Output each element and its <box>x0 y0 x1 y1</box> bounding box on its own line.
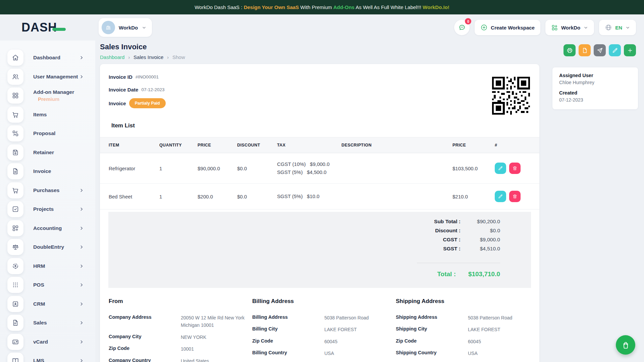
chevron-right-icon <box>79 340 84 344</box>
chevron-right-icon <box>79 358 84 362</box>
app-menu-button[interactable]: WorkDo <box>545 20 594 35</box>
cgst-value: $9,000.0 <box>461 237 500 243</box>
addr-label: Zip Code <box>396 338 468 344</box>
chat-badge: 0 <box>465 18 471 24</box>
page-title: Sales Invoice <box>100 43 185 51</box>
edit-row-button[interactable] <box>495 191 506 202</box>
sgst-label: SGST : <box>443 246 461 252</box>
send-button[interactable] <box>594 44 606 56</box>
print-button[interactable] <box>564 44 576 56</box>
col-total-price: PRICE <box>449 137 491 153</box>
sidebar-item-retainer[interactable]: Retainer <box>7 144 95 161</box>
sidebar-item-lms[interactable]: LMS <box>7 353 95 362</box>
addr-label: Zip Code <box>252 338 324 344</box>
chevron-right-icon <box>79 264 84 268</box>
banner-text: WorkDo Dash SaaS : <box>195 4 244 10</box>
pencil-icon <box>612 47 618 54</box>
banner-link[interactable]: WorkDo.Io! <box>423 4 449 10</box>
sidebar-item-user-management[interactable]: User Management <box>7 69 95 85</box>
qr-code <box>492 77 530 115</box>
sidebar-item-label: Items <box>33 112 47 118</box>
language-selector[interactable]: EN <box>599 20 636 35</box>
promo-banner: WorkDo Dash SaaS : Design Your Own SaaS … <box>0 0 644 14</box>
sidebar-item-pos[interactable]: POS <box>7 277 95 293</box>
addr-label: Zip Code <box>109 345 181 351</box>
sidebar-item-label: User Management <box>33 74 78 80</box>
status-badge: Partialy Paid <box>129 98 166 108</box>
grid-icon <box>7 87 23 104</box>
shipping-title: Shipping Address <box>396 298 531 305</box>
addr-value: LAKE FOREST <box>324 326 395 333</box>
sidebar-item-label: Proposal <box>33 130 55 136</box>
globe-icon <box>605 24 612 31</box>
sidebar-item-accounting[interactable]: Accounting <box>7 220 95 236</box>
col-item: ITEM <box>100 137 156 153</box>
breadcrumb-dashboard[interactable]: Dashboard <box>100 54 124 60</box>
chevron-down-icon <box>142 25 147 30</box>
messages-button[interactable]: 0 <box>454 20 470 35</box>
delete-row-button[interactable] <box>509 191 521 202</box>
sidebar-item-label: Invoice <box>33 168 51 174</box>
sidebar-item-invoice[interactable]: Invoice <box>7 163 95 179</box>
sidebar-item-crm[interactable]: CRM <box>7 296 95 312</box>
sidebar-item-projects[interactable]: Projects <box>7 201 95 217</box>
main-content: Sales Invoice Dashboard › Sales Invoice … <box>95 41 644 362</box>
sidebar-item-proposal[interactable]: Proposal <box>7 125 95 141</box>
addr-value: 10001 <box>181 345 251 353</box>
shipping-section: Shipping Address Shipping Address5038 Pa… <box>396 298 531 362</box>
table-row: Refrigerator 1 $90,000.0 $0.0 CGST (10%)… <box>100 153 539 184</box>
sidebar-item-items[interactable]: Items <box>7 107 95 123</box>
plus-circle-icon <box>480 24 488 31</box>
cell-discount: $0.0 <box>234 153 274 184</box>
sidebar-item-label: Add-on Manager <box>33 88 74 96</box>
sidebar-item-hrm[interactable]: HRM <box>7 258 95 274</box>
breadcrumb-current: Show <box>172 54 185 60</box>
book-icon <box>7 353 23 362</box>
sidebar-item-dashboard[interactable]: Dashboard <box>7 50 95 66</box>
cell-price: $90,000.0 <box>194 153 234 184</box>
billing-title: Billing Address <box>252 298 396 305</box>
premium-tag: Premium <box>33 96 74 103</box>
cell-quantity: 1 <box>156 184 194 209</box>
sidebar-item-label: Projects <box>33 206 54 212</box>
sidebar-item-addon-manager[interactable]: Add-on Manager Premium <box>7 87 95 104</box>
sidebar-item-doubleentry[interactable]: DoubleEntry <box>7 239 95 255</box>
workspace-switcher[interactable]: WorkDo <box>99 18 152 37</box>
address-sections: From Company Address20050 W 12 Mile Rd N… <box>100 298 539 362</box>
sidebar-item-sales[interactable]: Sales <box>7 315 95 331</box>
chat-icon <box>458 24 466 32</box>
addr-label: Billing Address <box>252 314 324 320</box>
check-square-icon <box>7 201 23 217</box>
language-code: EN <box>615 25 622 31</box>
breadcrumb-sales-invoice[interactable]: Sales Invoice <box>133 54 163 60</box>
delete-row-button[interactable] <box>509 163 521 174</box>
assigned-user-label: Assigned User <box>559 73 631 78</box>
download-pdf-button[interactable] <box>579 44 591 56</box>
dash-logo[interactable]: DASH <box>21 20 99 35</box>
edit-row-button[interactable] <box>495 163 506 174</box>
banner-text: With Premium <box>299 4 333 10</box>
banner-highlight-design: Design Your Own SaaS <box>244 4 299 10</box>
discount-value: $0.0 <box>461 228 500 234</box>
invoice-id-label: Invoice ID <box>109 74 132 80</box>
shop-fab-button[interactable] <box>616 335 635 355</box>
addr-value: LAKE FOREST <box>468 326 531 333</box>
edit-invoice-button[interactable] <box>609 44 621 56</box>
assigned-user-value: Chloe Humphrey <box>559 80 631 85</box>
sidebar-item-vcard[interactable]: vCard <box>7 334 95 350</box>
item-table: ITEM QUANTITY PRICE DISCOUNT TAX DESCRIP… <box>100 137 539 209</box>
save-icon <box>7 144 23 161</box>
file-icon <box>582 47 588 54</box>
addr-label: Company Country <box>109 357 181 362</box>
add-payment-button[interactable] <box>624 44 636 56</box>
addr-value: NEW YORK <box>181 334 251 341</box>
app-menu-label: WorkDo <box>561 25 580 31</box>
addr-value: 5038 Patterson Road <box>468 314 531 321</box>
cell-description <box>338 153 449 184</box>
purchases-cart-icon <box>7 182 23 198</box>
sidebar-item-label: Sales <box>33 320 47 326</box>
chevron-right-icon <box>79 207 84 212</box>
billing-section: Billing Address Billing Address5038 Patt… <box>252 298 396 362</box>
sidebar-item-purchases[interactable]: Purchases <box>7 182 95 198</box>
create-workspace-button[interactable]: Create Workspace <box>475 20 540 35</box>
